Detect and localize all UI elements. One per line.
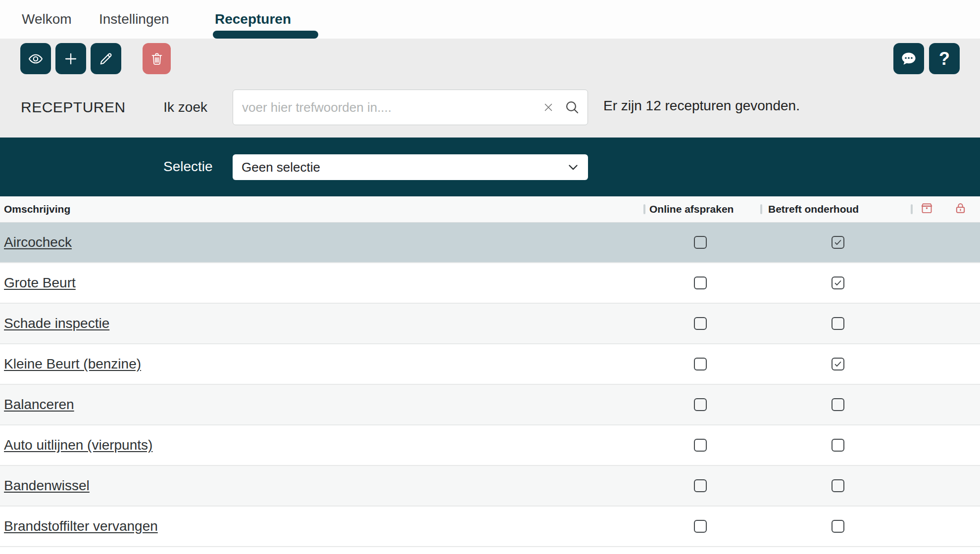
header-online-afspraken[interactable]: Online afspraken (638, 203, 762, 215)
row-betreft-cell (762, 358, 913, 370)
online-afspraken-checkbox[interactable] (694, 236, 707, 249)
search-input[interactable] (233, 90, 588, 125)
table-row[interactable]: Brandstoffilter vervangen (0, 507, 980, 547)
header-online-afspraken-label: Online afspraken (649, 203, 734, 215)
row-name-cell: Auto uitlijnen (vierpunts) (0, 437, 638, 453)
package-icon (920, 201, 933, 217)
row-betreft-cell (762, 277, 913, 289)
betreft-onderhoud-checkbox[interactable] (832, 479, 844, 492)
chevron-down-icon (566, 160, 580, 178)
online-afspraken-checkbox[interactable] (694, 317, 707, 330)
row-link[interactable]: Balanceren (4, 397, 74, 412)
row-name-cell: Kleine Beurt (benzine) (0, 356, 638, 372)
row-online-cell (638, 358, 762, 370)
row-online-cell (638, 236, 762, 249)
delete-button[interactable] (143, 43, 171, 74)
tab-instellingen[interactable]: Instellingen (99, 0, 169, 39)
chat-bubble-icon (900, 50, 917, 67)
plus-icon (63, 51, 79, 67)
online-afspraken-checkbox[interactable] (694, 398, 707, 411)
row-online-cell (638, 439, 762, 452)
selection-dropdown-value: Geen selectie (242, 160, 320, 175)
table-row[interactable]: Bandenwissel (0, 466, 980, 507)
row-online-cell (638, 317, 762, 330)
chat-button[interactable] (893, 43, 924, 74)
row-name-cell: Brandstoffilter vervangen (0, 518, 638, 534)
row-link[interactable]: Schade inspectie (4, 316, 109, 331)
betreft-onderhoud-checkbox[interactable] (832, 358, 844, 370)
tab-welkom[interactable]: Welkom (22, 0, 72, 39)
online-afspraken-checkbox[interactable] (694, 520, 707, 533)
betreft-onderhoud-checkbox[interactable] (832, 520, 844, 533)
clear-search-icon[interactable] (542, 101, 554, 115)
header-omschrijving[interactable]: Omschrijving (0, 203, 638, 215)
column-divider (643, 204, 645, 214)
row-betreft-cell (762, 479, 913, 492)
row-online-cell (638, 520, 762, 533)
header-package-column[interactable] (913, 201, 940, 217)
trash-icon (149, 51, 164, 67)
betreft-onderhoud-checkbox[interactable] (832, 317, 844, 330)
eye-icon (27, 51, 44, 66)
header-betreft-onderhoud-label: Betreft onderhoud (768, 203, 859, 215)
table-row[interactable]: Grote Beurt (0, 263, 980, 304)
online-afspraken-checkbox[interactable] (694, 358, 707, 370)
row-name-cell: Bandenwissel (0, 478, 638, 494)
lock-icon (954, 201, 967, 217)
row-link[interactable]: Auto uitlijnen (vierpunts) (4, 437, 152, 453)
table-header: Omschrijving Online afspraken Betreft on… (0, 196, 980, 223)
row-link[interactable]: Bandenwissel (4, 478, 90, 493)
selection-label: Selectie (163, 159, 213, 175)
table-row[interactable]: Auto uitlijnen (vierpunts) (0, 425, 980, 466)
online-afspraken-checkbox[interactable] (694, 479, 707, 492)
online-afspraken-checkbox[interactable] (694, 277, 707, 289)
question-mark-icon: ? (939, 48, 950, 69)
table-body: Aircocheck Grote Beurt (0, 223, 980, 554)
table-row[interactable]: Balanceren (0, 385, 980, 425)
row-betreft-cell (762, 317, 913, 330)
row-name-cell: Schade inspectie (0, 316, 638, 331)
table-row[interactable]: Schade inspectie (0, 304, 980, 344)
results-count-text: Er zijn 12 recepturen gevonden. (603, 98, 800, 114)
table-row[interactable]: Kleine Beurt (benzine) (0, 344, 980, 385)
row-betreft-cell (762, 520, 913, 533)
row-link[interactable]: Aircocheck (4, 234, 72, 250)
row-name-cell: Grote Beurt (0, 275, 638, 291)
header-betreft-onderhoud[interactable]: Betreft onderhoud (762, 203, 913, 215)
row-online-cell (638, 277, 762, 289)
toolbar-area: ? RECEPTUREN Ik zoek Er zijn 12 receptur… (0, 39, 980, 138)
page-title: RECEPTUREN (21, 99, 126, 116)
table-row[interactable]: Aircocheck (0, 223, 980, 263)
row-betreft-cell (762, 236, 913, 249)
pencil-icon (98, 51, 114, 67)
column-divider (911, 204, 913, 214)
edit-button[interactable] (91, 43, 121, 74)
help-button[interactable]: ? (929, 43, 960, 74)
recepturen-page: Welkom Instellingen Recepturen (0, 0, 980, 554)
betreft-onderhoud-checkbox[interactable] (832, 236, 844, 249)
row-online-cell (638, 398, 762, 411)
selection-band: Selectie Geen selectie (0, 138, 980, 196)
header-lock-column[interactable] (940, 201, 980, 217)
selection-dropdown[interactable]: Geen selectie (233, 154, 588, 180)
search-label: Ik zoek (163, 99, 207, 115)
row-name-cell: Balanceren (0, 397, 638, 413)
search-icon[interactable] (564, 99, 580, 117)
betreft-onderhoud-checkbox[interactable] (832, 439, 844, 452)
add-button[interactable] (55, 43, 86, 74)
view-button[interactable] (20, 43, 51, 74)
betreft-onderhoud-checkbox[interactable] (832, 277, 844, 289)
row-name-cell: Aircocheck (0, 234, 638, 250)
online-afspraken-checkbox[interactable] (694, 439, 707, 452)
tab-bar: Welkom Instellingen Recepturen (0, 0, 980, 39)
row-betreft-cell (762, 439, 913, 452)
row-link[interactable]: Kleine Beurt (benzine) (4, 356, 141, 371)
column-divider (760, 204, 762, 214)
betreft-onderhoud-checkbox[interactable] (832, 398, 844, 411)
row-link[interactable]: Grote Beurt (4, 275, 76, 290)
row-betreft-cell (762, 398, 913, 411)
row-link[interactable]: Brandstoffilter vervangen (4, 518, 158, 534)
row-online-cell (638, 479, 762, 492)
active-tab-indicator (213, 31, 318, 39)
